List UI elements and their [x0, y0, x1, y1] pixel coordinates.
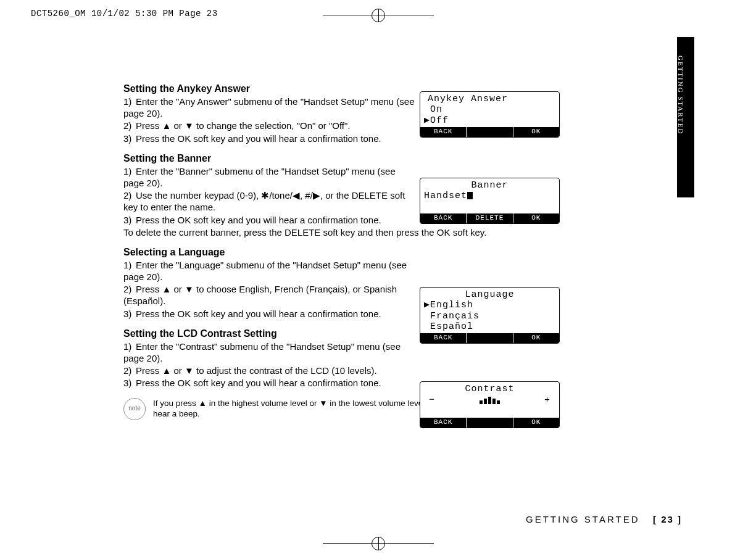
step-text: Press the OK soft key and you will hear …	[136, 378, 381, 388]
step-text: Press the OK soft key and you will hear …	[136, 215, 381, 225]
list-item: 1)Enter the "Language" submenu of the "H…	[123, 259, 417, 283]
softkey-ok: OK	[513, 213, 559, 223]
list-item: 3)Press the OK soft key and you will hea…	[123, 214, 417, 226]
lcd-line-on: On	[424, 104, 555, 115]
list-item: 2)Press ▲ or ▼ to choose English, French…	[123, 283, 417, 307]
footer-section-title: GETTING STARTED	[526, 514, 639, 524]
lcd-anykey-answer: Anykey Answer On ▶Off BACK OK	[420, 91, 560, 138]
softkey-back: BACK	[420, 333, 467, 343]
list-item: 3)Press the OK soft key and you will hea…	[123, 133, 417, 144]
softkey-back: BACK	[420, 127, 467, 137]
contrast-minus: −	[429, 395, 435, 405]
lcd-banner-text: Handset	[424, 191, 555, 201]
list-item: 1)Enter the "Banner" submenu of the "Han…	[123, 165, 417, 189]
contrast-plus: +	[544, 395, 550, 405]
banner-extra-note: To delete the current banner, press the …	[123, 226, 586, 238]
lcd-line-francais: Français	[424, 311, 555, 321]
step-text: Press the OK soft key and you will hear …	[136, 308, 381, 319]
lcd-title: Anykey Answer	[424, 94, 555, 104]
step-text: Enter the "Any Answer" submenu of the "H…	[123, 96, 415, 118]
section-side-tab: GETTING STARTED	[677, 37, 694, 197]
lcd-banner: Banner Handset BACK DELETE OK	[420, 178, 560, 224]
softkey-ok: OK	[513, 418, 559, 428]
softkey-middle	[467, 418, 513, 428]
crop-mark-bottom	[323, 537, 434, 550]
footer-page-number: [ 23 ]	[653, 514, 682, 524]
softkey-middle	[467, 127, 513, 137]
step-text: Enter the "Contrast" submenu of the "Han…	[123, 341, 401, 363]
crop-mark-top	[323, 9, 434, 22]
step-text: Press ▲ or ▼ to choose English, French (…	[123, 284, 397, 306]
section-side-tab-label: GETTING STARTED	[677, 37, 684, 135]
step-text: Enter the "Banner" submenu of the "Hands…	[123, 166, 396, 188]
contrast-bars-icon	[480, 395, 500, 404]
lcd-language: Language ▶English Français Español BACK …	[420, 287, 560, 344]
step-text: Press ▲ or ▼ to change the selection, "O…	[136, 120, 351, 131]
lcd-line-espanol: Español	[424, 321, 555, 332]
step-text: Press ▲ or ▼ to adjust the contrast of t…	[136, 365, 377, 376]
lcd-line-off: ▶Off	[424, 115, 555, 126]
softkey-back: BACK	[420, 418, 467, 428]
text-cursor-icon	[467, 192, 473, 199]
softkey-delete: DELETE	[467, 213, 513, 223]
lcd-contrast: Contrast − + BACK OK	[420, 381, 560, 428]
softkey-middle	[467, 333, 513, 343]
list-item: 3)Press the OK soft key and you will hea…	[123, 377, 417, 389]
step-text: Use the number keypad (0-9), ✱/tone/◀, #…	[123, 190, 405, 212]
list-item: 1)Enter the "Any Answer" submenu of the …	[123, 96, 417, 119]
softkey-ok: OK	[513, 127, 559, 137]
softkey-ok: OK	[513, 333, 559, 343]
softkey-back: BACK	[420, 213, 467, 223]
note-icon: note	[123, 398, 146, 420]
step-text: Enter the "Language" submenu of the "Han…	[123, 260, 407, 282]
list-item: 3)Press the OK soft key and you will hea…	[123, 308, 417, 320]
lcd-line-english: ▶English	[424, 300, 555, 310]
heading-language: Selecting a Language	[123, 247, 586, 258]
list-item: 2)Press ▲ or ▼ to change the selection, …	[123, 120, 417, 131]
heading-banner: Setting the Banner	[123, 153, 586, 164]
step-text: Press the OK soft key and you will hear …	[136, 133, 381, 144]
footer: GETTING STARTED [ 23 ]	[526, 514, 682, 524]
list-item: 1)Enter the "Contrast" submenu of the "H…	[123, 341, 417, 364]
print-job-line: DCT5260_OM 10/1/02 5:30 PM Page 23	[31, 9, 218, 19]
lcd-title: Contrast	[424, 384, 555, 394]
lcd-title: Banner	[424, 180, 555, 191]
list-item: 2)Use the number keypad (0-9), ✱/tone/◀,…	[123, 189, 417, 213]
list-item: 2)Press ▲ or ▼ to adjust the contrast of…	[123, 365, 417, 376]
lcd-title: Language	[424, 289, 555, 300]
